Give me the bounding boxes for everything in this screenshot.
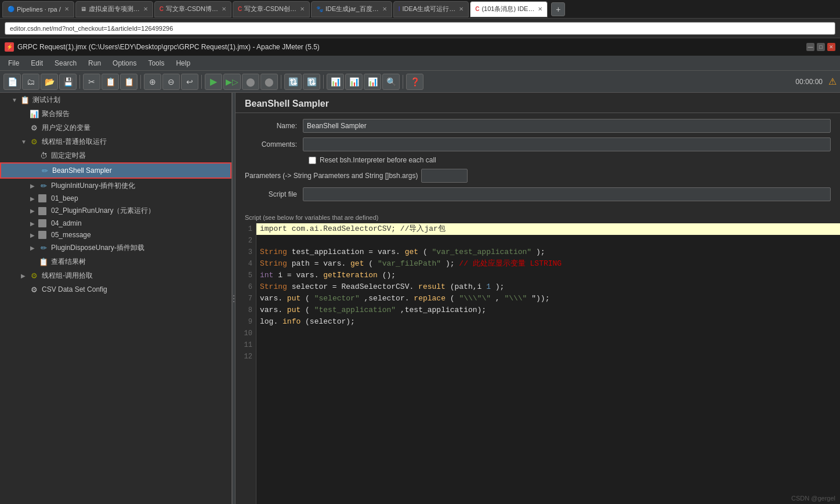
toolbar-save[interactable]: 💾 xyxy=(59,74,77,90)
comments-input[interactable] xyxy=(303,137,831,151)
tab-close-idea-run[interactable]: ✕ xyxy=(459,6,464,12)
tab-csdn2[interactable]: C 写文章-CSDN创… ✕ xyxy=(233,1,310,17)
close-button[interactable]: ✕ xyxy=(827,43,835,51)
tab-close-csdn-active[interactable]: ✕ xyxy=(538,6,542,12)
tree-item-uservars[interactable]: ⚙ 用户定义的变量 xyxy=(0,121,231,135)
label-csv: CSV Data Set Config xyxy=(42,285,107,293)
tree-item-timer[interactable]: ⏱ 固定定时器 xyxy=(0,148,231,162)
tab-close-csdn1[interactable]: ✕ xyxy=(222,6,226,12)
tab-csdn1[interactable]: C 写文章-CSDN博… ✕ xyxy=(154,1,231,17)
script-section-label: Script (see below for variables that are… xyxy=(236,212,840,223)
menu-run[interactable]: Run xyxy=(82,58,107,68)
toolbar-open[interactable]: 📂 xyxy=(41,74,58,90)
address-input[interactable] xyxy=(5,22,835,35)
icon-timer: ⏱ xyxy=(38,150,49,161)
tree-item-plugin-dispose[interactable]: ▶ ✏ PluginDisposeUnary-插件卸载 xyxy=(0,241,231,255)
toolbar-sep6 xyxy=(403,75,403,89)
toolbar-shutdown[interactable]: ⬤ xyxy=(260,74,278,90)
code-line-7: vars. put ( "selector" ,selector. replac… xyxy=(256,293,840,304)
tree-item-testplan[interactable]: ▼ 📋 测试计划 xyxy=(0,93,231,107)
toolbar-remote-start-all[interactable]: 🔃 xyxy=(303,74,320,90)
icon-csv: ⚙ xyxy=(29,284,39,295)
reset-checkbox[interactable] xyxy=(309,157,316,164)
toolbar-copy[interactable]: 📋 xyxy=(102,74,119,90)
toolbar-sep1 xyxy=(79,75,80,89)
menu-bar: File Edit Search Run Options Tools Help xyxy=(0,56,840,71)
tree-item-aggregate[interactable]: 📊 聚合报告 xyxy=(0,107,231,121)
code-content[interactable]: import com.ai.ReadSelectorCSV; //导入jar包 … xyxy=(256,223,840,504)
toolbar-paste[interactable]: 📋 xyxy=(120,74,137,90)
toolbar-clear[interactable]: ↩ xyxy=(181,74,198,90)
tree-item-message[interactable]: ▶ 05_message xyxy=(0,229,231,241)
icon-resulttree: 📋 xyxy=(38,256,49,267)
toolbar-run[interactable]: ▶ xyxy=(205,74,222,90)
toolbar-stop[interactable]: ⬤ xyxy=(242,74,259,90)
menu-search[interactable]: Search xyxy=(49,58,82,68)
toolbar-run-no-pause[interactable]: ▶▷ xyxy=(223,74,241,90)
tree-item-plugin-run[interactable]: ▶ 02_PluginRunUnary（元素运行） xyxy=(0,204,231,217)
minimize-button[interactable]: — xyxy=(806,43,814,51)
tab-icon-csdn1: C xyxy=(160,6,164,12)
tree-item-plugin-init[interactable]: ▶ ✏ PluginInitUnary-插件初使化 xyxy=(0,179,231,193)
line-num-8: 8 xyxy=(239,304,252,316)
arrow-threadgroup2: ▶ xyxy=(21,273,29,279)
maximize-button[interactable]: □ xyxy=(817,43,825,51)
toolbar-sep3 xyxy=(201,75,202,89)
label-plugin-run: 02_PluginRunUnary（元素运行） xyxy=(51,206,155,216)
icon-aggregate: 📊 xyxy=(29,108,39,119)
toolbar-add[interactable]: ⊕ xyxy=(144,74,161,90)
tree-item-beep[interactable]: ▶ 01_beep xyxy=(0,193,231,204)
name-input[interactable] xyxy=(303,119,831,133)
menu-tools[interactable]: Tools xyxy=(142,58,170,68)
tab-close-idea-jar[interactable]: ✕ xyxy=(382,6,387,12)
toolbar-functions[interactable]: 📊 xyxy=(364,74,381,90)
tree-item-resulttree[interactable]: 📋 查看结果树 xyxy=(0,255,231,269)
line-num-6: 6 xyxy=(239,281,252,293)
toolbar-remote-start[interactable]: 🔃 xyxy=(284,74,302,90)
toolbar-templates[interactable]: 🗂 xyxy=(22,74,39,90)
tab-idea-jar[interactable]: 🐾 IDE生成jar_百度… ✕ xyxy=(311,1,392,17)
tab-csdn-active[interactable]: C (101条消息) IDE… ✕ xyxy=(470,1,548,17)
new-tab-button[interactable]: + xyxy=(551,2,565,16)
arrow-admin: ▶ xyxy=(30,220,38,227)
tab-pipelines[interactable]: 🔵 Pipelines · rpa / ✕ xyxy=(2,1,74,17)
toolbar-cut[interactable]: ✂ xyxy=(83,74,100,90)
arrow-plugin-init: ▶ xyxy=(30,183,38,189)
toolbar-search[interactable]: 🔍 xyxy=(382,74,400,90)
address-bar xyxy=(0,19,840,38)
icon-threadgroup: ⚙ xyxy=(29,136,39,147)
menu-options[interactable]: Options xyxy=(107,58,142,68)
sampler-title: BeanShell Sampler xyxy=(236,93,840,113)
params-input[interactable] xyxy=(421,169,468,183)
tab-close-csdn2[interactable]: ✕ xyxy=(300,6,305,12)
params-row: Parameters (-> String Parameters and Str… xyxy=(245,169,831,183)
tree-item-csv[interactable]: ⚙ CSV Data Set Config xyxy=(0,282,231,296)
toolbar-report2[interactable]: 📊 xyxy=(345,74,363,90)
code-line-6: String selector = ReadSelectorCSV. resul… xyxy=(256,281,840,293)
tree-item-beanshell[interactable]: ✏ BeanShell Sampler xyxy=(0,162,231,179)
code-line-2 xyxy=(256,235,840,246)
code-line-11 xyxy=(256,339,840,351)
tree-item-admin[interactable]: ▶ 04_admin xyxy=(0,217,231,229)
arrow-threadgroup: ▼ xyxy=(21,139,29,145)
toolbar-help[interactable]: ❓ xyxy=(406,74,423,90)
toolbar-report[interactable]: 📊 xyxy=(327,74,344,90)
menu-help[interactable]: Help xyxy=(170,58,196,68)
left-panel: ▼ 📋 测试计划 📊 聚合报告 ⚙ 用户定义的变量 ▼ ⚙ 线程组-普通拾取运行… xyxy=(0,93,232,504)
tab-virtual[interactable]: 🖥 虚拟桌面专项测… ✕ xyxy=(75,1,153,17)
tree-item-threadgroup[interactable]: ▼ ⚙ 线程组-普通拾取运行 xyxy=(0,135,231,148)
tab-idea-run[interactable]: I IDEA生成可运行… ✕ xyxy=(393,1,469,17)
tree-item-threadgroup2[interactable]: ▶ ⚙ 线程组-调用拾取 xyxy=(0,269,231,282)
toolbar-warning-icon: ⚠ xyxy=(828,76,837,87)
label-testplan: 测试计划 xyxy=(32,95,60,105)
toolbar: 📄 🗂 📂 💾 ✂ 📋 📋 ⊕ ⊖ ↩ ▶ ▶▷ ⬤ ⬤ 🔃 🔃 📊 📊 📊 🔍… xyxy=(0,71,840,93)
menu-edit[interactable]: Edit xyxy=(25,58,49,68)
code-line-12 xyxy=(256,351,840,362)
toolbar-remove[interactable]: ⊖ xyxy=(162,74,180,90)
toolbar-new[interactable]: 📄 xyxy=(3,74,21,90)
tab-close-virtual[interactable]: ✕ xyxy=(143,6,148,12)
menu-file[interactable]: File xyxy=(2,58,25,68)
line-num-5: 5 xyxy=(239,270,252,281)
tab-close-pipelines[interactable]: ✕ xyxy=(64,6,69,12)
scriptfile-input[interactable] xyxy=(303,187,831,201)
